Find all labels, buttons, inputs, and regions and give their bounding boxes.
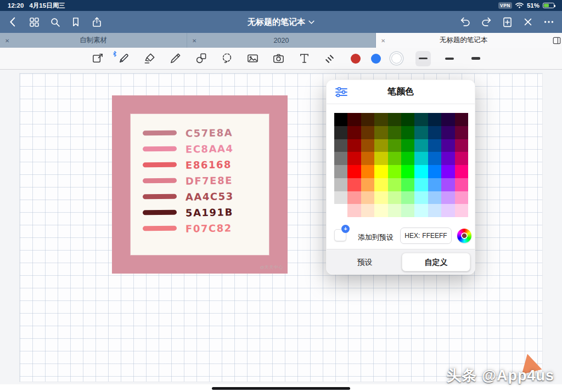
stroke-width-thick[interactable] [468, 51, 484, 66]
stroke-width-thin[interactable] [415, 51, 431, 66]
color-cell[interactable] [428, 113, 441, 126]
color-cell[interactable] [374, 126, 387, 139]
pen-color-white-selected[interactable] [391, 53, 402, 64]
color-cell[interactable] [414, 113, 428, 126]
color-cell[interactable] [334, 152, 347, 165]
image-tool[interactable] [246, 52, 259, 65]
color-cell[interactable] [428, 191, 441, 204]
color-cell[interactable] [347, 178, 361, 191]
color-cell[interactable] [414, 126, 428, 139]
color-wheel-icon[interactable] [457, 229, 471, 243]
color-cell[interactable] [401, 126, 414, 139]
color-cell[interactable] [334, 113, 347, 126]
color-cell[interactable] [441, 191, 454, 204]
segment-presets[interactable]: 预设 [331, 253, 398, 271]
color-cell[interactable] [347, 152, 361, 165]
notebook-title-dropdown[interactable]: 无标题的笔记本 [248, 11, 314, 33]
tab-close-icon[interactable]: ✕ [192, 37, 196, 43]
add-preset-plus-icon[interactable]: + [341, 225, 350, 233]
color-cell[interactable] [388, 139, 401, 152]
color-cell[interactable] [401, 178, 414, 191]
pages-grid-button[interactable] [25, 13, 43, 31]
hex-input[interactable]: HEX: FFEEFF [400, 228, 452, 244]
color-cell[interactable] [347, 191, 361, 204]
bookmark-button[interactable] [67, 13, 85, 31]
color-cell[interactable] [334, 191, 347, 204]
pen-color-red[interactable] [351, 54, 361, 64]
pen-color-blue[interactable] [371, 54, 381, 64]
color-cell[interactable] [428, 126, 441, 139]
color-cell[interactable] [428, 139, 441, 152]
sliders-icon[interactable] [335, 87, 347, 99]
color-cell[interactable] [361, 113, 374, 126]
color-cell[interactable] [441, 139, 454, 152]
tab-untitled-notebook[interactable]: ✕ 无标题的笔记本 [376, 33, 551, 48]
sidebar-toggle-icon[interactable] [551, 33, 562, 48]
color-cell[interactable] [361, 204, 374, 217]
tab-close-icon[interactable]: ✕ [381, 37, 385, 43]
color-cell[interactable] [441, 113, 454, 126]
color-cell[interactable] [374, 139, 387, 152]
color-cell[interactable] [401, 165, 414, 178]
color-cell[interactable] [388, 152, 401, 165]
color-cell[interactable] [361, 126, 374, 139]
color-cell[interactable] [455, 139, 468, 152]
camera-tool[interactable] [272, 52, 285, 65]
color-cell[interactable] [374, 204, 387, 217]
more-button[interactable] [540, 13, 558, 31]
search-button[interactable] [46, 13, 64, 31]
pasted-image[interactable]: C57E8AEC8AA4E86168DF7E8EAA4C535A191BF07C… [112, 95, 288, 274]
color-cell[interactable] [334, 165, 347, 178]
color-cell[interactable] [455, 178, 468, 191]
lasso-tool[interactable] [220, 52, 233, 65]
color-cell[interactable] [374, 113, 387, 126]
color-cell[interactable] [361, 165, 374, 178]
color-cell[interactable] [414, 139, 428, 152]
color-cell[interactable] [388, 191, 401, 204]
color-cell[interactable] [401, 191, 414, 204]
color-cell[interactable] [455, 191, 468, 204]
color-cell[interactable] [414, 165, 428, 178]
highlighter-tool[interactable] [143, 52, 156, 65]
stroke-width-medium[interactable] [442, 51, 457, 66]
color-cell[interactable] [401, 139, 414, 152]
color-cell[interactable] [428, 152, 441, 165]
color-cell[interactable] [347, 139, 361, 152]
color-cell[interactable] [347, 165, 361, 178]
undo-button[interactable] [457, 13, 474, 31]
color-cell[interactable] [347, 126, 361, 139]
color-cell[interactable] [441, 165, 454, 178]
color-cell[interactable] [401, 152, 414, 165]
color-cell[interactable] [361, 139, 374, 152]
redo-button[interactable] [477, 13, 495, 31]
back-button[interactable] [4, 13, 22, 31]
color-cell[interactable] [428, 165, 441, 178]
color-cell[interactable] [361, 152, 374, 165]
color-cell[interactable] [401, 113, 414, 126]
color-cell[interactable] [441, 204, 454, 217]
color-cell[interactable] [334, 139, 347, 152]
share-button[interactable] [88, 13, 105, 31]
color-cell[interactable] [374, 165, 387, 178]
color-cell[interactable] [374, 191, 387, 204]
color-cell[interactable] [455, 152, 468, 165]
color-cell[interactable] [441, 126, 454, 139]
shapes-tool[interactable] [194, 52, 207, 65]
color-cell[interactable] [428, 204, 441, 217]
color-cell[interactable] [455, 126, 468, 139]
color-cell[interactable] [428, 178, 441, 191]
color-cell[interactable] [414, 204, 428, 217]
color-cell[interactable] [374, 152, 387, 165]
color-cell[interactable] [388, 204, 401, 217]
color-cell[interactable] [388, 165, 401, 178]
color-cell[interactable] [347, 204, 361, 217]
color-cell[interactable] [455, 165, 468, 178]
text-tool[interactable] [297, 52, 311, 65]
color-cell[interactable] [455, 204, 468, 217]
home-indicator[interactable] [212, 387, 350, 390]
pen-tool[interactable] [117, 52, 130, 65]
insert-element-tool[interactable] [91, 52, 104, 65]
tab-homemade-material[interactable]: ✕ 自制素材 [0, 33, 187, 48]
color-cell[interactable] [334, 178, 347, 191]
tape-tool[interactable] [323, 52, 336, 65]
